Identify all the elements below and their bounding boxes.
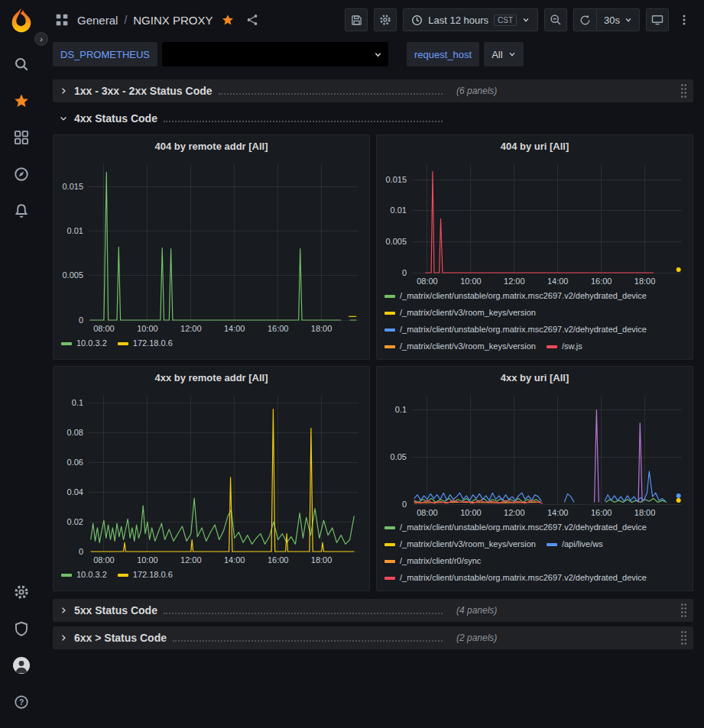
row-dotted-leader [219,86,443,95]
timezone-badge: CST [494,15,517,26]
page-title[interactable]: NGINX PROXY [133,14,212,27]
sidebar-item-configuration[interactable] [6,577,37,607]
svg-text:10:00: 10:00 [460,277,482,286]
gear-icon [379,14,391,26]
legend-item[interactable]: /_matrix/client/v3/room_keys/version [384,307,536,319]
topbar-actions: Last 12 hours CST 30s [345,8,693,31]
svg-text:0.02: 0.02 [67,517,83,526]
row-drag-handle[interactable] [680,603,687,618]
legend-series-marker [384,543,395,546]
legend-item[interactable]: /_matrix/client/unstable/org.matrix.msc2… [384,572,647,584]
legend-series-label: 172.18.0.6 [133,570,173,579]
sidebar-item-dashboards[interactable] [6,122,37,153]
svg-text:18:00: 18:00 [311,555,333,565]
svg-text:0.01: 0.01 [67,226,83,235]
datasource-variable-label[interactable]: DS_PROMETHEUS [53,42,157,66]
legend-series-label: /_matrix/client/unstable/org.matrix.msc2… [400,523,647,532]
legend-item[interactable]: /_matrix/client/unstable/org.matrix.msc2… [384,522,647,533]
svg-text:?: ? [18,697,23,707]
svg-text:08:00: 08:00 [417,277,438,286]
panel-title[interactable]: 4xx by uri [All] [377,367,693,390]
legend-item[interactable]: /_matrix/client/unstable/org.matrix.msc2… [384,290,647,302]
timeseries-chart-404-by-remote-addr[interactable]: 00.0050.010.01508:0010:0012:0014:0016:00… [54,158,369,335]
explore-compass-icon [14,167,29,182]
request-host-variable-value[interactable]: All [484,42,523,66]
row-panel-count: (2 panels) [456,633,497,643]
tv-mode-button[interactable] [646,8,669,31]
timeseries-chart-404-by-uri[interactable]: 00.0050.010.01508:0010:0012:0014:0016:00… [377,158,693,288]
chart-legend: /_matrix/client/unstable/org.matrix.msc2… [377,519,693,590]
grafana-logo[interactable] [7,6,36,35]
timeseries-chart-4xx-by-uri[interactable]: 00.050.108:0010:0012:0014:0016:0018:00 [377,390,693,519]
legend-item[interactable]: /_matrix/client/unstable/org.matrix.msc2… [384,324,647,335]
breadcrumb-section[interactable]: General [77,14,118,27]
legend-item[interactable]: /_matrix/client/v3/room_keys/version [384,539,536,550]
legend-item[interactable]: /_matrix/client/r0/sync [384,555,481,567]
time-range-label: Last 12 hours [428,15,488,26]
svg-text:10:00: 10:00 [137,555,158,565]
legend-series-marker [118,574,128,577]
chart-legend: /_matrix/client/unstable/org.matrix.msc2… [377,288,693,359]
svg-text:18:00: 18:00 [634,277,656,286]
panel-title[interactable]: 404 by uri [All] [377,135,693,158]
legend-item[interactable]: /api/live/ws [547,539,603,550]
share-icon[interactable] [243,11,261,29]
save-dashboard-button[interactable] [345,8,368,31]
svg-text:10:00: 10:00 [460,508,482,517]
zoom-out-button[interactable] [544,8,567,31]
sidebar-item-help[interactable]: ? [6,687,37,717]
chart-legend: 10.0.3.2172.18.0.6 [54,567,369,590]
sidebar-item-alerting[interactable] [6,196,37,226]
svg-text:08:00: 08:00 [93,555,115,565]
sidebar-item-starred[interactable] [6,86,37,116]
chevron-right-icon [59,606,68,615]
row-dotted-leader [164,114,443,122]
sidebar-item-server-admin[interactable] [6,613,37,644]
sidebar-expand-button[interactable]: › [34,32,48,46]
dashboard-settings-button[interactable] [374,8,397,31]
row-drag-handle[interactable] [680,630,687,645]
row-header-1xx-3xx-2xx[interactable]: 1xx - 3xx - 2xx Status Code (6 panels) [53,79,693,102]
legend-item[interactable]: 10.0.3.2 [61,338,107,349]
row-dotted-leader [164,606,443,614]
panel-title[interactable]: 404 by remote addr [All] [54,135,369,158]
sidebar-item-profile[interactable] [6,650,37,681]
row-dotted-leader [173,633,443,642]
dashboard-submenu: DS_PROMETHEUS request_host All [42,40,704,69]
datasource-variable-value[interactable] [162,42,388,66]
svg-text:0: 0 [402,268,407,277]
panel-title[interactable]: 4xx by remote addr [All] [54,367,369,390]
legend-series-marker [384,312,395,315]
chevron-right-icon [59,633,68,642]
row-header-5xx[interactable]: 5xx Status Code (4 panels) [53,599,693,622]
svg-text:14:00: 14:00 [224,324,245,333]
legend-series-marker [547,543,557,546]
legend-item[interactable]: 10.0.3.2 [61,569,107,581]
request-host-value-text: All [492,49,502,60]
refresh-button[interactable] [573,8,596,31]
legend-series-marker [118,342,128,345]
row-header-4xx[interactable]: 4xx Status Code [53,107,693,130]
refresh-interval-dropdown[interactable]: 30s [596,8,640,31]
row-drag-handle[interactable] [680,83,687,99]
legend-item[interactable]: /sw.js [547,341,582,352]
row-title: 6xx > Status Code [74,632,167,644]
request-host-variable-label[interactable]: request_host [407,42,479,66]
favorite-star-icon[interactable] [219,11,237,29]
timeseries-chart-4xx-by-remote-addr[interactable]: 00.020.040.060.080.108:0010:0012:0014:00… [54,390,369,567]
row-panel-count: (6 panels) [456,86,497,96]
panel-4xx-by-remote-addr: 4xx by remote addr [All] 00.020.040.060.… [53,366,370,591]
sidebar: ? [0,0,42,728]
kebab-menu-icon[interactable] [675,11,693,29]
row-header-6xx[interactable]: 6xx > Status Code (2 panels) [53,626,693,649]
sidebar-item-explore[interactable] [6,159,37,189]
legend-item[interactable]: 172.18.0.6 [118,569,173,581]
svg-text:16:00: 16:00 [268,324,289,333]
legend-item[interactable]: 172.18.0.6 [118,338,173,349]
bell-icon [14,203,29,218]
svg-text:0.1: 0.1 [72,398,83,407]
sidebar-item-search[interactable] [6,49,37,79]
svg-text:18:00: 18:00 [634,508,656,517]
legend-item[interactable]: /_matrix/client/v3/room_keys/version [384,341,536,352]
time-range-picker[interactable]: Last 12 hours CST [403,8,538,31]
